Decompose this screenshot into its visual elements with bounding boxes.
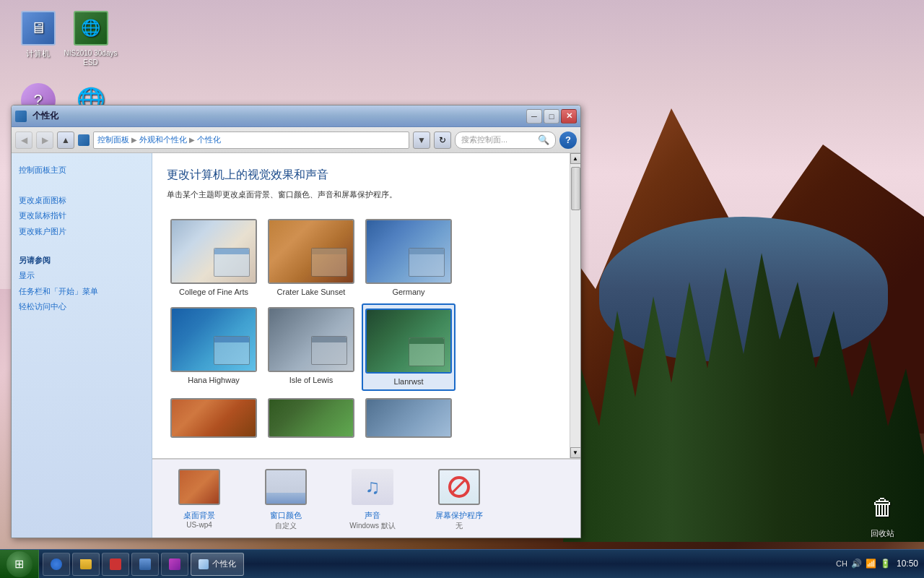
help-button[interactable]: ? <box>559 131 577 149</box>
theme-row-1: College of Fine Arts <box>167 215 555 300</box>
theme-row-3 <box>167 394 555 445</box>
theme-preview-row3a <box>170 398 257 438</box>
search-placeholder: 搜索控制面... <box>461 134 507 145</box>
no-icon <box>448 476 470 498</box>
theme-crater[interactable]: Crater Lake Sunset <box>264 215 358 300</box>
sidebar-also-title: 另请参阅 <box>19 255 144 266</box>
up-button[interactable]: ▲ <box>57 131 74 149</box>
desktop-icon-nis[interactable]: 🌐 NIS2010 30days ESD <box>64 11 118 67</box>
screensaver-icon <box>437 467 481 506</box>
theme-hana[interactable]: Hana Highway <box>167 303 261 388</box>
theme-preview-row3c <box>365 398 452 438</box>
title-controls: ─ □ ✕ <box>526 109 577 124</box>
theme-name-isle: Isle of Lewis <box>289 376 334 384</box>
breadcrumb-appearance[interactable]: 外观和个性化 <box>139 134 187 145</box>
breadcrumb-sep-2: ▶ <box>189 136 195 144</box>
content-scroll-area: 更改计算机上的视觉效果和声音 单击某个主题即更改桌面背景、窗口颜色、声音和屏幕保… <box>152 153 580 458</box>
color-preview <box>265 469 307 505</box>
wallpaper-preview <box>178 469 220 505</box>
maximize-button[interactable]: □ <box>544 109 559 124</box>
sidebar-link-desktop-icons[interactable]: 更改桌面图标 <box>19 194 144 207</box>
theme-isle[interactable]: Isle of Lewis <box>264 303 358 388</box>
tray-ime[interactable]: CH <box>836 559 847 568</box>
windows-icon <box>139 558 151 570</box>
theme-preview-college <box>170 219 257 284</box>
scroll-down[interactable]: ▼ <box>570 447 581 458</box>
close-button[interactable]: ✕ <box>561 109 577 124</box>
sidebar-link-account-picture[interactable]: 更改账户图片 <box>19 225 144 238</box>
sidebar-link-mouse-pointer[interactable]: 更改鼠标指针 <box>19 210 144 222</box>
taskbar-media[interactable] <box>102 553 129 576</box>
taskbar-ie[interactable] <box>43 553 70 576</box>
theme-row3c[interactable] <box>362 394 456 445</box>
main-panel: 更改计算机上的视觉效果和声音 单击某个主题即更改桌面背景、窗口颜色、声音和屏幕保… <box>152 153 580 538</box>
bottom-screensaver[interactable]: 屏幕保护程序 无 <box>427 467 492 531</box>
tray-icon-3[interactable]: 🔋 <box>880 558 891 569</box>
theme-name-college: College of Fine Arts <box>179 288 248 296</box>
desktop: 🖥 计算机 🌐 NIS2010 30days ESD 🌐 ? 🗑 回收站 <box>0 0 924 578</box>
taskbar-personalize[interactable]: 个性化 <box>191 553 244 576</box>
desktop-icon-nis-label: NIS2010 30days ESD <box>64 48 118 67</box>
theme-germany[interactable]: Germany <box>362 215 456 300</box>
wallpaper-label[interactable]: 桌面背景 <box>183 510 215 521</box>
forward-button[interactable]: ▶ <box>36 131 53 149</box>
search-box[interactable]: 搜索控制面... 🔍 <box>455 131 556 149</box>
sidebar: 控制面板主页 更改桌面图标 更改鼠标指针 更改账户图片 另请参阅 显示 任务栏和… <box>12 153 152 538</box>
sidebar-main-section: 控制面板主页 <box>19 164 144 180</box>
theme-name-hana: Hana Highway <box>188 376 240 384</box>
taskbar-paint[interactable] <box>161 553 188 576</box>
title-bar-left: 个性化 <box>15 110 58 122</box>
taskbar-windows[interactable] <box>131 553 159 576</box>
color-label[interactable]: 窗口颜色 <box>270 510 302 521</box>
theme-name-crater: Crater Lake Sunset <box>277 288 346 296</box>
paint-icon <box>169 558 180 570</box>
window-icon <box>15 111 27 122</box>
screensaver-label[interactable]: 屏幕保护程序 <box>435 510 483 521</box>
sidebar-link-display[interactable]: 显示 <box>19 269 144 282</box>
refresh-button[interactable]: ↻ <box>434 131 451 149</box>
clock[interactable]: 10:50 <box>897 558 918 569</box>
address-input[interactable]: 控制面板 ▶ 外观和个性化 ▶ 个性化 <box>93 131 409 149</box>
scroll-track <box>570 164 580 447</box>
dropdown-button[interactable]: ▼ <box>413 131 430 149</box>
theme-row3b[interactable] <box>264 394 358 445</box>
start-button[interactable] <box>0 550 39 579</box>
bottom-color[interactable]: 窗口颜色 自定义 <box>253 467 318 531</box>
color-bar <box>266 493 305 504</box>
sidebar-link-accessibility[interactable]: 轻松访问中心 <box>19 301 144 313</box>
theme-preview-crater <box>268 219 354 284</box>
ie-icon <box>51 558 62 570</box>
sound-icon: ♫ <box>351 467 394 506</box>
taskbar-buttons: 个性化 <box>39 553 830 576</box>
window-body: 控制面板主页 更改桌面图标 更改鼠标指针 更改账户图片 另请参阅 显示 任务栏和… <box>12 153 580 538</box>
theme-preview-llanrwst <box>365 309 452 374</box>
taskbar-tray: CH 🔊 📶 🔋 10:50 <box>830 558 924 569</box>
theme-llanrwst[interactable]: Llanrwst <box>362 303 456 391</box>
breadcrumb-personalize[interactable]: 个性化 <box>197 134 221 145</box>
scrollbar[interactable]: ▲ ▼ <box>570 153 580 458</box>
breadcrumb-sep-1: ▶ <box>131 136 137 144</box>
page-subtitle: 单击某个主题即更改桌面背景、窗口颜色、声音和屏幕保护程序。 <box>167 189 555 201</box>
desktop-icon-computer[interactable]: 🖥 计算机 <box>11 11 65 59</box>
scroll-up[interactable]: ▲ <box>570 153 581 164</box>
minimize-button[interactable]: ─ <box>526 109 542 124</box>
tray-icon-2[interactable]: 📶 <box>866 558 876 569</box>
clock-time: 10:50 <box>897 558 918 569</box>
sound-label[interactable]: 声音 <box>365 510 380 521</box>
start-orb <box>6 551 32 577</box>
taskbar-folder[interactable] <box>72 553 100 576</box>
bottom-sound[interactable]: ♫ 声音 Windows 默认 <box>340 467 405 531</box>
breadcrumb-control-panel[interactable]: 控制面板 <box>97 134 129 145</box>
desktop-icon-recycle[interactable]: 🗑 回收站 <box>855 491 910 538</box>
sidebar-link-taskbar[interactable]: 任务栏和「开始」菜单 <box>19 285 144 298</box>
bg-water <box>599 217 888 361</box>
address-bar: ◀ ▶ ▲ 控制面板 ▶ 外观和个性化 ▶ 个性化 ▼ ↻ 搜索控制面... 🔍… <box>12 127 580 153</box>
wallpaper-icon <box>178 467 221 506</box>
sidebar-link-home[interactable]: 控制面板主页 <box>19 164 144 176</box>
theme-college[interactable]: College of Fine Arts <box>167 215 261 300</box>
back-button[interactable]: ◀ <box>15 131 32 149</box>
tray-icon-1[interactable]: 🔊 <box>851 558 862 569</box>
theme-row3a[interactable] <box>167 394 261 445</box>
scroll-thumb[interactable] <box>571 167 580 210</box>
bottom-wallpaper[interactable]: 桌面背景 US-wp4 <box>167 467 232 529</box>
